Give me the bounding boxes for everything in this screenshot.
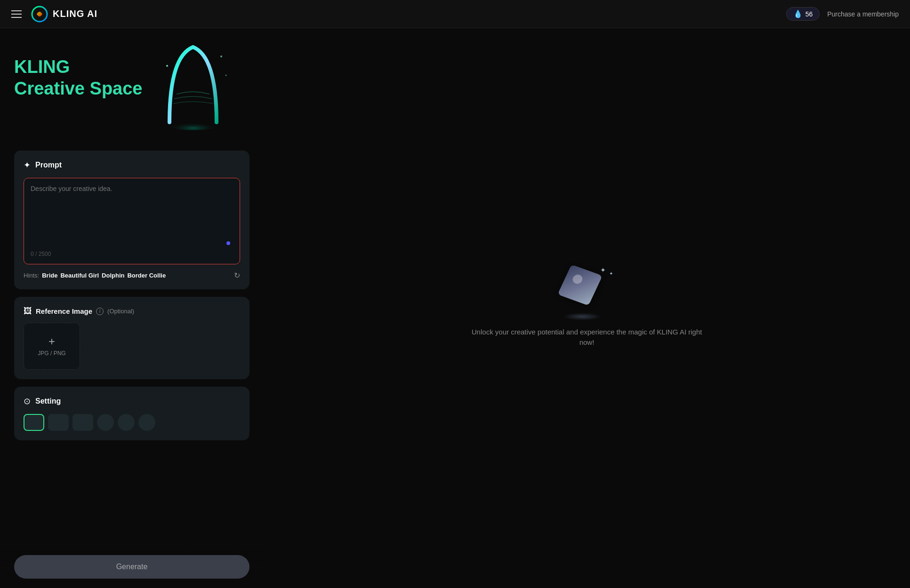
prompt-icon: ✦ — [24, 160, 31, 170]
char-count: 0 / 2500 — [31, 251, 233, 257]
header-left: KLING AI — [11, 6, 97, 23]
hint-border-collie[interactable]: Border Collie — [127, 272, 166, 279]
generate-button[interactable]: Generate — [14, 555, 250, 579]
sparkle-2-icon: ✦ — [609, 271, 613, 276]
setting-tab-6[interactable] — [138, 414, 155, 431]
credits-count: 56 — [805, 10, 813, 18]
ring-shadow — [564, 313, 601, 320]
setting-tab-5[interactable] — [118, 414, 135, 431]
setting-tab-4[interactable] — [97, 414, 114, 431]
generate-button-wrapper: Generate — [0, 549, 264, 588]
left-panel: KLING Creative Space — [0, 28, 264, 588]
info-icon[interactable]: i — [96, 308, 104, 315]
logo-icon — [31, 6, 48, 23]
svg-point-4 — [225, 75, 227, 76]
hints-label: Hints: — [24, 272, 39, 279]
upload-box[interactable]: + JPG / PNG — [24, 323, 80, 370]
credits-badge[interactable]: 💧 56 — [786, 7, 820, 21]
placeholder-visual: ✦ ✦ Unlock your creative potential and e… — [469, 269, 705, 348]
setting-icon: ⊙ — [24, 396, 31, 406]
membership-button[interactable]: Purchase a membership — [827, 10, 899, 18]
header-right: 💧 56 Purchase a membership — [786, 7, 899, 21]
diamond-icon: ✦ ✦ — [564, 269, 611, 316]
upload-format-label: JPG / PNG — [38, 350, 65, 357]
reference-image-header: 🖼 Reference Image i (Optional) — [24, 306, 240, 316]
optional-label: (Optional) — [107, 308, 134, 315]
prompt-textarea[interactable] — [31, 185, 233, 246]
hint-beautiful-girl[interactable]: Beautiful Girl — [60, 272, 99, 279]
flame-icon: 💧 — [793, 9, 803, 18]
diamond-shape — [557, 264, 602, 306]
prompt-title: Prompt — [35, 161, 62, 169]
setting-tab-3[interactable] — [72, 414, 93, 431]
hint-dolphin[interactable]: Dolphin — [102, 272, 124, 279]
prompt-card: ✦ Prompt 0 / 2500 Hints: Bride Beautiful… — [14, 151, 250, 289]
prompt-dot — [226, 241, 230, 245]
hint-bride[interactable]: Bride — [42, 272, 57, 279]
hero-title-line2: Creative Space — [14, 79, 143, 98]
arch-svg — [155, 38, 231, 132]
logo-area: KLING AI — [31, 6, 97, 23]
setting-tabs — [24, 414, 240, 431]
menu-icon[interactable] — [11, 10, 22, 18]
reference-image-title: Reference Image — [36, 307, 92, 315]
setting-card: ⊙ Setting — [14, 387, 250, 440]
main-container: KLING Creative Space — [0, 28, 910, 588]
hero-arch-visual — [155, 38, 231, 132]
header: KLING AI 💧 56 Purchase a membership — [0, 0, 910, 28]
reference-image-icon: 🖼 — [24, 306, 32, 316]
setting-tab-1[interactable] — [24, 414, 44, 431]
reference-image-card: 🖼 Reference Image i (Optional) + JPG / P… — [14, 297, 250, 379]
setting-header: ⊙ Setting — [24, 396, 240, 406]
prompt-textarea-wrapper: 0 / 2500 — [24, 178, 240, 264]
right-panel: ✦ ✦ Unlock your creative potential and e… — [264, 28, 910, 588]
hints-row: Hints: Bride Beautiful Girl Dolphin Bord… — [24, 271, 240, 280]
sparkle-1-icon: ✦ — [600, 266, 606, 274]
svg-point-3 — [220, 56, 222, 57]
setting-title: Setting — [35, 397, 61, 405]
refresh-hints-icon[interactable]: ↻ — [234, 271, 240, 280]
hero-title-line1: KLING — [14, 57, 70, 77]
setting-tab-2[interactable] — [48, 414, 69, 431]
prompt-card-header: ✦ Prompt — [24, 160, 240, 170]
hero-area: KLING Creative Space — [14, 38, 250, 141]
placeholder-text: Unlock your creative potential and exper… — [469, 327, 705, 348]
svg-point-2 — [166, 65, 168, 67]
upload-plus-icon: + — [48, 336, 55, 347]
logo-text: KLING AI — [53, 8, 97, 19]
svg-point-1 — [167, 119, 219, 130]
hero-title: KLING Creative Space — [14, 56, 143, 99]
